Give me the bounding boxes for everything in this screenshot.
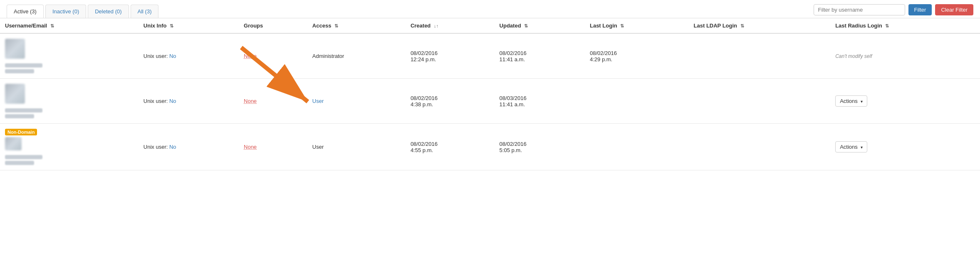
tabs-right: Filter Clear Filter — [814, 4, 973, 18]
tab-deleted[interactable]: Deleted (0) — [88, 5, 129, 18]
sort-icon-created[interactable]: ↓↑ — [434, 23, 438, 28]
col-header-created: Created ↓↑ — [406, 18, 495, 33]
cell-unix-2: Unix user: No — [139, 79, 239, 124]
unix-link-2[interactable]: No — [169, 98, 176, 104]
cell-last-ldap-3 — [689, 124, 831, 170]
cell-created-3: 08/02/2016 4:55 p.m. — [406, 124, 495, 170]
groups-none-1[interactable]: None — [244, 53, 257, 59]
sort-icon-last-radius-login[interactable]: ⇅ — [885, 23, 889, 29]
cell-last-radius-2: Actions ▾ — [830, 79, 980, 124]
tab-inactive[interactable]: Inactive (0) — [45, 5, 86, 18]
col-header-updated: Updated ⇅ — [495, 18, 585, 33]
cell-last-login-3 — [585, 124, 689, 170]
tabs-left: Active (3) Inactive (0) Deleted (0) All … — [7, 5, 158, 18]
col-header-access: Access ⇅ — [307, 18, 406, 33]
created-line1-2: 08/02/2016 — [411, 95, 438, 101]
access-value-3: User — [312, 144, 324, 150]
cell-user-2 — [0, 79, 139, 124]
col-header-username: Username/Email ⇅ — [0, 18, 139, 33]
cell-updated-2: 08/03/2016 11:41 a.m. — [495, 79, 585, 124]
actions-button-3[interactable]: Actions ▾ — [835, 141, 867, 152]
cell-groups-2: None — [239, 79, 307, 124]
unix-label-1: Unix user: — [144, 53, 168, 59]
access-value-1: Administrator — [312, 53, 344, 59]
last-login-line1-1: 08/02/2016 — [590, 50, 617, 56]
cell-groups-3: None — [239, 124, 307, 170]
cell-last-radius-1: Can't modify self — [830, 33, 980, 79]
groups-none-2[interactable]: None — [244, 98, 257, 104]
cell-created-1: 08/02/2016 12:24 p.m. — [406, 33, 495, 79]
cell-unix-3: Unix user: No — [139, 124, 239, 170]
table-container: Username/Email ⇅ Unix Info ⇅ Groups Acce… — [0, 18, 980, 170]
tabs-bar: Active (3) Inactive (0) Deleted (0) All … — [0, 0, 980, 18]
cell-groups-1: None — [239, 33, 307, 79]
table-row: Unix user: No None Administrator 08/02/2… — [0, 33, 980, 79]
updated-line1-2: 08/03/2016 — [500, 95, 527, 101]
cell-last-radius-3: Actions ▾ — [830, 124, 980, 170]
table-wrapper: Username/Email ⇅ Unix Info ⇅ Groups Acce… — [0, 18, 980, 170]
cell-last-login-1: 08/02/2016 4:29 p.m. — [585, 33, 689, 79]
avatar-1 — [5, 39, 134, 73]
col-header-last-ldap-login: Last LDAP Login ⇅ — [689, 18, 831, 33]
filter-input[interactable] — [814, 4, 905, 15]
nondomain-badge: Non-Domain — [5, 129, 37, 135]
created-line1-3: 08/02/2016 — [411, 141, 438, 147]
created-line2-1: 12:24 p.m. — [411, 56, 436, 62]
caret-icon-2: ▾ — [861, 99, 863, 104]
cell-unix-1: Unix user: No — [139, 33, 239, 79]
actions-label-3: Actions — [840, 144, 858, 150]
sort-icon-access[interactable]: ⇅ — [334, 23, 338, 29]
cell-last-ldap-1 — [689, 33, 831, 79]
groups-none-3[interactable]: None — [244, 144, 257, 150]
actions-button-2[interactable]: Actions ▾ — [835, 95, 867, 107]
col-header-unix-info: Unix Info ⇅ — [139, 18, 239, 33]
cell-updated-3: 08/02/2016 5:05 p.m. — [495, 124, 585, 170]
table-row: Unix user: No None User 08/02/2016 4:38 … — [0, 79, 980, 124]
cell-access-3: User — [307, 124, 406, 170]
created-line1-1: 08/02/2016 — [411, 50, 438, 56]
cell-access-2: User — [307, 79, 406, 124]
updated-line2-3: 5:05 p.m. — [500, 147, 522, 153]
unix-label-3: Unix user: — [144, 144, 168, 150]
cant-modify-text-1: Can't modify self — [835, 53, 872, 59]
col-header-groups: Groups — [239, 18, 307, 33]
sort-icon-username[interactable]: ⇅ — [50, 23, 54, 29]
table-header-row: Username/Email ⇅ Unix Info ⇅ Groups Acce… — [0, 18, 980, 33]
created-line2-3: 4:55 p.m. — [411, 147, 433, 153]
sort-icon-last-ldap-login[interactable]: ⇅ — [740, 23, 744, 29]
col-header-last-login: Last Login ⇅ — [585, 18, 689, 33]
tab-active[interactable]: Active (3) — [7, 5, 44, 18]
created-line2-2: 4:38 p.m. — [411, 101, 433, 108]
users-table: Username/Email ⇅ Unix Info ⇅ Groups Acce… — [0, 18, 980, 170]
col-header-last-radius-login: Last Radius Login ⇅ — [830, 18, 980, 33]
updated-line1-1: 08/02/2016 — [500, 50, 527, 56]
unix-link-1[interactable]: No — [169, 53, 176, 59]
avatar-2 — [5, 84, 134, 118]
caret-icon-3: ▾ — [861, 145, 863, 150]
sort-icon-unix-info[interactable]: ⇅ — [170, 23, 173, 29]
table-row: Non-Domain Unix user: No None — [0, 124, 980, 170]
cell-user-3: Non-Domain — [0, 124, 139, 170]
sort-icon-last-login[interactable]: ⇅ — [620, 23, 624, 29]
unix-link-3[interactable]: No — [169, 144, 176, 150]
updated-line2-1: 11:41 a.m. — [500, 56, 525, 62]
actions-label-2: Actions — [840, 98, 858, 104]
cell-last-ldap-2 — [689, 79, 831, 124]
updated-line1-3: 08/02/2016 — [500, 141, 527, 147]
sort-icon-updated[interactable]: ⇅ — [524, 23, 528, 29]
cell-access-1: Administrator — [307, 33, 406, 79]
unix-label-2: Unix user: — [144, 98, 168, 104]
filter-button[interactable]: Filter — [908, 4, 932, 15]
cell-created-2: 08/02/2016 4:38 p.m. — [406, 79, 495, 124]
clear-filter-button[interactable]: Clear Filter — [935, 4, 973, 15]
avatar-3: Non-Domain — [5, 129, 134, 165]
cell-updated-1: 08/02/2016 11:41 a.m. — [495, 33, 585, 79]
tab-all[interactable]: All (3) — [131, 5, 159, 18]
access-link-2[interactable]: User — [312, 98, 324, 104]
cell-last-login-2 — [585, 79, 689, 124]
updated-line2-2: 11:41 a.m. — [500, 101, 525, 108]
last-login-line2-1: 4:29 p.m. — [590, 56, 612, 62]
cell-user-1 — [0, 33, 139, 79]
